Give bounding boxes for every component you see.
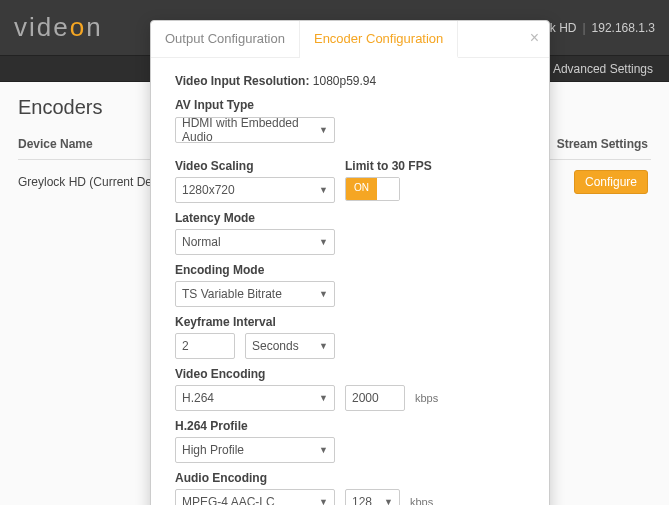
video-scaling-value: 1280x720 <box>182 183 235 197</box>
chevron-down-icon: ▼ <box>319 341 328 351</box>
latency-mode-label: Latency Mode <box>175 211 525 225</box>
video-bitrate-input[interactable] <box>345 385 405 411</box>
keyframe-interval-label: Keyframe Interval <box>175 315 525 329</box>
video-encoding-select[interactable]: H.264 ▼ <box>175 385 335 411</box>
encoder-config-dialog: Output Configuration Encoder Configurati… <box>150 20 550 505</box>
h264-profile-label: H.264 Profile <box>175 419 525 433</box>
audio-encoding-select[interactable]: MPEG-4 AAC-LC ▼ <box>175 489 335 505</box>
keyframe-interval-input[interactable] <box>175 333 235 359</box>
dialog-body: Video Input Resolution: 1080p59.94 AV In… <box>151 58 549 505</box>
video-encoding-value: H.264 <box>182 391 214 405</box>
audio-bitrate-value: 128 <box>352 495 372 505</box>
tab-output-configuration[interactable]: Output Configuration <box>151 21 300 57</box>
video-scaling-label: Video Scaling <box>175 159 335 173</box>
chevron-down-icon: ▼ <box>319 185 328 195</box>
limit-30fps-label: Limit to 30 FPS <box>345 159 525 173</box>
keyframe-unit-select[interactable]: Seconds ▼ <box>245 333 335 359</box>
av-input-type-label: AV Input Type <box>175 98 525 112</box>
chevron-down-icon: ▼ <box>319 125 328 135</box>
h264-profile-select[interactable]: High Profile ▼ <box>175 437 335 463</box>
tab-encoder-configuration[interactable]: Encoder Configuration <box>300 21 458 58</box>
encoding-mode-label: Encoding Mode <box>175 263 525 277</box>
audio-encoding-value: MPEG-4 AAC-LC <box>182 495 275 505</box>
input-resolution-line: Video Input Resolution: 1080p59.94 <box>175 74 525 88</box>
chevron-down-icon: ▼ <box>319 289 328 299</box>
limit-30fps-toggle[interactable]: ON <box>345 177 400 201</box>
chevron-down-icon: ▼ <box>319 393 328 403</box>
keyframe-unit-value: Seconds <box>252 339 299 353</box>
dialog-tabs: Output Configuration Encoder Configurati… <box>151 21 549 58</box>
audio-bitrate-select[interactable]: 128 ▼ <box>345 489 400 505</box>
video-encoding-label: Video Encoding <box>175 367 525 381</box>
input-resolution-label: Video Input Resolution: <box>175 74 309 88</box>
chevron-down-icon: ▼ <box>319 445 328 455</box>
chevron-down-icon: ▼ <box>319 497 328 505</box>
av-input-type-select[interactable]: HDMI with Embedded Audio ▼ <box>175 117 335 143</box>
h264-profile-value: High Profile <box>182 443 244 457</box>
av-input-type-value: HDMI with Embedded Audio <box>182 116 328 144</box>
chevron-down-icon: ▼ <box>384 497 393 505</box>
input-resolution-value: 1080p59.94 <box>313 74 376 88</box>
toggle-on-label: ON <box>346 178 377 200</box>
close-icon[interactable]: × <box>530 29 539 47</box>
chevron-down-icon: ▼ <box>319 237 328 247</box>
latency-mode-select[interactable]: Normal ▼ <box>175 229 335 255</box>
audio-encoding-label: Audio Encoding <box>175 471 525 485</box>
toggle-off-side <box>377 178 399 200</box>
latency-mode-value: Normal <box>182 235 221 249</box>
modal-backdrop: Output Configuration Encoder Configurati… <box>0 0 669 505</box>
encoding-mode-select[interactable]: TS Variable Bitrate ▼ <box>175 281 335 307</box>
video-scaling-select[interactable]: 1280x720 ▼ <box>175 177 335 203</box>
audio-bitrate-unit: kbps <box>410 496 433 505</box>
encoding-mode-value: TS Variable Bitrate <box>182 287 282 301</box>
video-bitrate-unit: kbps <box>415 392 438 404</box>
